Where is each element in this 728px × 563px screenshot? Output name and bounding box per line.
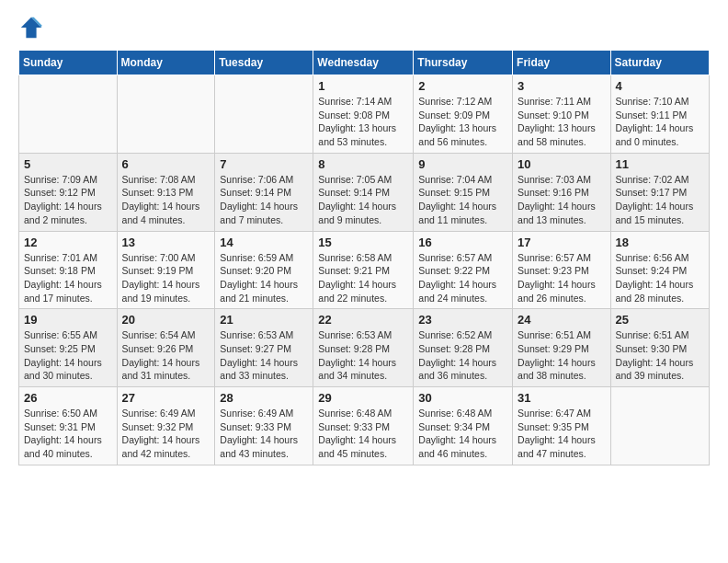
day-number: 3 [518,79,606,93]
calendar-cell: 10Sunrise: 7:03 AMSunset: 9:16 PMDayligh… [513,153,611,231]
day-info: Sunrise: 6:48 AMSunset: 9:33 PMDaylight:… [318,407,408,461]
calendar-cell: 1Sunrise: 7:14 AMSunset: 9:08 PMDaylight… [313,75,414,154]
day-info: Sunrise: 7:05 AMSunset: 9:14 PMDaylight:… [318,173,408,227]
day-info: Sunrise: 7:14 AMSunset: 9:08 PMDaylight:… [318,95,408,149]
day-info: Sunrise: 6:50 AMSunset: 9:31 PMDaylight:… [24,407,112,461]
day-number: 30 [418,391,507,405]
day-info: Sunrise: 6:49 AMSunset: 9:33 PMDaylight:… [220,407,308,461]
day-number: 19 [24,313,112,327]
day-info: Sunrise: 7:00 AMSunset: 9:19 PMDaylight:… [122,251,210,305]
day-number: 24 [518,313,606,327]
calendar-cell: 30Sunrise: 6:48 AMSunset: 9:34 PMDayligh… [414,387,513,465]
day-info: Sunrise: 6:53 AMSunset: 9:28 PMDaylight:… [318,328,408,383]
day-number: 27 [122,391,210,405]
calendar-cell: 28Sunrise: 6:49 AMSunset: 9:33 PMDayligh… [215,387,313,465]
day-info: Sunrise: 6:57 AMSunset: 9:22 PMDaylight:… [418,251,507,305]
day-number: 14 [220,236,308,249]
calendar-cell [215,75,313,154]
day-number: 15 [318,236,408,249]
day-info: Sunrise: 6:51 AMSunset: 9:30 PMDaylight:… [616,328,704,383]
day-info: Sunrise: 6:54 AMSunset: 9:26 PMDaylight:… [122,328,210,383]
calendar-cell: 2Sunrise: 7:12 AMSunset: 9:09 PMDaylight… [414,75,513,154]
day-number: 12 [24,236,112,249]
weekday-header-thursday: Thursday [414,51,513,75]
weekday-header-row: SundayMondayTuesdayWednesdayThursdayFrid… [19,51,710,75]
calendar-cell: 19Sunrise: 6:55 AMSunset: 9:25 PMDayligh… [19,309,118,387]
day-number: 22 [318,313,408,327]
calendar-cell: 24Sunrise: 6:51 AMSunset: 9:29 PMDayligh… [513,309,611,387]
calendar-cell: 12Sunrise: 7:01 AMSunset: 9:18 PMDayligh… [19,231,118,309]
day-number: 13 [122,236,210,249]
logo [18,15,48,40]
calendar-cell: 20Sunrise: 6:54 AMSunset: 9:26 PMDayligh… [117,309,215,387]
day-number: 18 [616,236,704,249]
day-number: 5 [24,157,112,171]
day-number: 17 [518,236,606,249]
calendar-cell: 27Sunrise: 6:49 AMSunset: 9:32 PMDayligh… [117,387,215,465]
calendar-cell: 11Sunrise: 7:02 AMSunset: 9:17 PMDayligh… [610,153,709,231]
day-number: 28 [220,391,308,405]
day-number: 26 [24,391,112,405]
calendar-cell: 15Sunrise: 6:58 AMSunset: 9:21 PMDayligh… [313,231,414,309]
day-info: Sunrise: 6:48 AMSunset: 9:34 PMDaylight:… [418,407,507,461]
day-info: Sunrise: 7:03 AMSunset: 9:16 PMDaylight:… [518,173,606,227]
calendar-cell: 9Sunrise: 7:04 AMSunset: 9:15 PMDaylight… [414,153,513,231]
day-info: Sunrise: 7:04 AMSunset: 9:15 PMDaylight:… [418,173,507,227]
calendar-cell: 18Sunrise: 6:56 AMSunset: 9:24 PMDayligh… [610,231,709,309]
calendar-cell: 25Sunrise: 6:51 AMSunset: 9:30 PMDayligh… [610,309,709,387]
day-info: Sunrise: 7:09 AMSunset: 9:12 PMDaylight:… [24,173,112,227]
calendar-cell: 26Sunrise: 6:50 AMSunset: 9:31 PMDayligh… [19,387,118,465]
calendar-week-row: 26Sunrise: 6:50 AMSunset: 9:31 PMDayligh… [19,387,710,465]
calendar-cell: 6Sunrise: 7:08 AMSunset: 9:13 PMDaylight… [117,153,215,231]
day-number: 31 [518,391,606,405]
day-info: Sunrise: 7:12 AMSunset: 9:09 PMDaylight:… [418,95,507,149]
calendar-cell: 17Sunrise: 6:57 AMSunset: 9:23 PMDayligh… [513,231,611,309]
calendar-cell: 4Sunrise: 7:10 AMSunset: 9:11 PMDaylight… [610,75,709,154]
calendar-cell: 21Sunrise: 6:53 AMSunset: 9:27 PMDayligh… [215,309,313,387]
weekday-header-wednesday: Wednesday [313,51,414,75]
day-number: 21 [220,313,308,327]
day-number: 8 [318,157,408,171]
weekday-header-monday: Monday [117,51,215,75]
day-info: Sunrise: 6:58 AMSunset: 9:21 PMDaylight:… [318,251,408,305]
calendar-cell [610,387,709,465]
day-info: Sunrise: 7:01 AMSunset: 9:18 PMDaylight:… [24,251,112,305]
calendar-table: SundayMondayTuesdayWednesdayThursdayFrid… [18,50,710,465]
svg-marker-0 [21,17,41,38]
day-info: Sunrise: 7:02 AMSunset: 9:17 PMDaylight:… [616,173,704,227]
calendar-week-row: 19Sunrise: 6:55 AMSunset: 9:25 PMDayligh… [19,309,710,387]
calendar-cell: 7Sunrise: 7:06 AMSunset: 9:14 PMDaylight… [215,153,313,231]
day-info: Sunrise: 7:11 AMSunset: 9:10 PMDaylight:… [518,95,606,149]
day-info: Sunrise: 6:53 AMSunset: 9:27 PMDaylight:… [220,328,308,383]
day-info: Sunrise: 7:10 AMSunset: 9:11 PMDaylight:… [616,95,704,149]
calendar-cell: 8Sunrise: 7:05 AMSunset: 9:14 PMDaylight… [313,153,414,231]
calendar-cell: 22Sunrise: 6:53 AMSunset: 9:28 PMDayligh… [313,309,414,387]
calendar-cell: 5Sunrise: 7:09 AMSunset: 9:12 PMDaylight… [19,153,118,231]
day-number: 20 [122,313,210,327]
calendar-cell: 16Sunrise: 6:57 AMSunset: 9:22 PMDayligh… [414,231,513,309]
day-number: 29 [318,391,408,405]
calendar-cell: 29Sunrise: 6:48 AMSunset: 9:33 PMDayligh… [313,387,414,465]
calendar-cell: 14Sunrise: 6:59 AMSunset: 9:20 PMDayligh… [215,231,313,309]
day-info: Sunrise: 6:47 AMSunset: 9:35 PMDaylight:… [518,407,606,461]
page-header [18,15,710,40]
day-number: 16 [418,236,507,249]
day-info: Sunrise: 6:51 AMSunset: 9:29 PMDaylight:… [518,328,606,383]
calendar-week-row: 1Sunrise: 7:14 AMSunset: 9:08 PMDaylight… [19,75,710,154]
calendar-cell [117,75,215,154]
day-number: 6 [122,157,210,171]
logo-icon [18,15,44,40]
day-number: 1 [318,79,408,93]
weekday-header-tuesday: Tuesday [215,51,313,75]
weekday-header-sunday: Sunday [19,51,118,75]
day-number: 7 [220,157,308,171]
calendar-cell: 3Sunrise: 7:11 AMSunset: 9:10 PMDaylight… [513,75,611,154]
calendar-cell: 31Sunrise: 6:47 AMSunset: 9:35 PMDayligh… [513,387,611,465]
day-info: Sunrise: 7:08 AMSunset: 9:13 PMDaylight:… [122,173,210,227]
day-info: Sunrise: 6:49 AMSunset: 9:32 PMDaylight:… [122,407,210,461]
day-number: 9 [418,157,507,171]
day-number: 4 [616,79,704,93]
day-number: 2 [418,79,507,93]
weekday-header-friday: Friday [513,51,611,75]
day-number: 10 [518,157,606,171]
